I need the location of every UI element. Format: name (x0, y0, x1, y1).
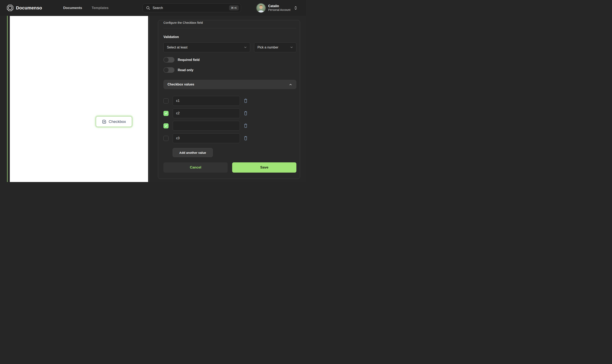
user-account-type: Personal Account (268, 8, 290, 12)
page-active-indicator (7, 16, 8, 182)
validation-rule-value: Select at least (167, 46, 244, 49)
documenso-logo-icon (7, 5, 13, 11)
required-field-toggle[interactable] (163, 57, 174, 63)
checkbox-value-row (163, 96, 296, 106)
delete-value-button[interactable] (243, 136, 248, 141)
checkbox-value-row (163, 121, 296, 131)
checkbox-value-row (163, 133, 296, 143)
chevrons-up-down-icon (294, 6, 297, 10)
validation-number-value: Pick a number (258, 46, 290, 49)
value-input[interactable] (173, 133, 240, 143)
value-checkbox[interactable] (163, 98, 169, 104)
read-only-toggle[interactable] (163, 67, 174, 73)
search-icon (146, 6, 150, 10)
read-only-label: Read only (178, 68, 193, 72)
save-button[interactable]: Save (232, 162, 296, 173)
validation-label: Validation (163, 35, 296, 39)
value-input[interactable] (173, 121, 240, 131)
checkbox-square-icon (102, 119, 106, 124)
validation-rule-select[interactable]: Select at least (163, 42, 250, 52)
add-another-value-button[interactable]: Add another value (173, 148, 213, 157)
card-title: Configure the Checkbox field (163, 21, 296, 25)
checkbox-values-title: Checkbox values (168, 83, 289, 86)
avatar (256, 3, 266, 13)
brand[interactable]: Documenso (7, 0, 42, 16)
value-checkbox[interactable] (163, 111, 169, 116)
search-bar[interactable]: ⌘+K (143, 3, 241, 12)
checkbox-values-list (163, 96, 296, 143)
checkbox-values-accordion[interactable]: Checkbox values (163, 80, 296, 89)
trash-icon (243, 123, 248, 128)
checkbox-value-row (163, 108, 296, 118)
delete-value-button[interactable] (243, 98, 248, 103)
value-checkbox[interactable] (163, 123, 169, 129)
card-title-divider (163, 28, 296, 28)
delete-value-button[interactable] (243, 123, 248, 128)
trash-icon (243, 111, 248, 116)
trash-icon (243, 98, 248, 103)
nav-templates[interactable]: Templates (92, 0, 109, 16)
value-input[interactable] (173, 108, 240, 118)
checkbox-field-label: Checkbox (109, 119, 126, 124)
chevron-up-icon (289, 83, 292, 86)
field-settings-card: Configure the Checkbox field Validation … (158, 20, 300, 179)
trash-icon (243, 136, 248, 141)
document-viewer: Checkbox (0, 16, 149, 182)
validation-number-select[interactable]: Pick a number (254, 42, 296, 52)
chevron-down-icon (290, 46, 293, 49)
cancel-button[interactable]: Cancel (163, 162, 228, 173)
delete-value-button[interactable] (243, 111, 248, 116)
user-account-menu[interactable]: Catalin Personal Account (256, 0, 297, 16)
search-input[interactable] (153, 6, 227, 10)
brand-name: Documenso (16, 5, 42, 11)
nav-documents[interactable]: Documents (63, 0, 82, 16)
required-field-label: Required field (178, 58, 200, 62)
user-name: Catalin (268, 4, 290, 8)
value-checkbox[interactable] (163, 136, 169, 141)
chevron-down-icon (244, 46, 247, 49)
top-navigation-bar: Documenso Documents Templates ⌘+K (0, 0, 306, 16)
checkbox-field-widget[interactable]: Checkbox (96, 116, 132, 127)
document-page[interactable]: Checkbox (10, 16, 148, 182)
search-shortcut-badge: ⌘+K (229, 5, 239, 11)
value-input[interactable] (173, 96, 240, 106)
